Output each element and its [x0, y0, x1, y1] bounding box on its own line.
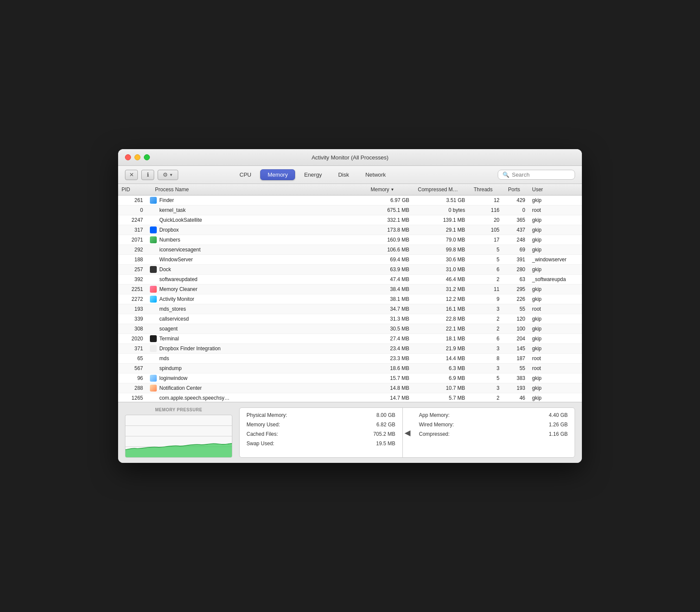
cell-name: Numbers — [148, 236, 367, 244]
cell-user: gkip — [530, 395, 582, 401]
table-row[interactable]: 308 soagent 30.5 MB 22.1 MB 2 100 gkip — [118, 324, 582, 334]
cell-user: gkip — [530, 325, 582, 332]
cell-user: _softwareupda — [530, 276, 582, 283]
table-row[interactable]: 261 Finder 6.97 GB 3.51 GB 12 429 gkip — [118, 196, 582, 205]
gear-icon: ⚙ — [163, 171, 168, 178]
table-row[interactable]: 2020 Terminal 27.4 MB 18.1 MB 6 204 gkip — [118, 334, 582, 344]
close-button[interactable] — [125, 154, 131, 160]
table-row[interactable]: 0 kernel_task 675.1 MB 0 bytes 116 0 roo… — [118, 205, 582, 215]
cell-compressed: 31.0 MB — [414, 266, 470, 273]
cell-compressed: 6.3 MB — [414, 365, 470, 372]
col-header-memory[interactable]: Memory ▼ — [367, 186, 414, 193]
table-row[interactable]: 96 loginwindow 15.7 MB 6.9 MB 5 383 gkip — [118, 373, 582, 383]
cell-compressed: 30.6 MB — [414, 256, 470, 263]
cell-threads: 5 — [470, 246, 505, 253]
cell-memory: 38.4 MB — [367, 286, 414, 293]
col-header-pid[interactable]: PID — [118, 186, 148, 193]
minimize-button[interactable] — [134, 154, 140, 160]
wired-memory-value: 1.26 GB — [549, 422, 568, 428]
info-button[interactable]: ℹ — [141, 170, 154, 180]
tab-network[interactable]: Network — [358, 169, 393, 180]
table-row[interactable]: 567 spindump 18.6 MB 6.3 MB 3 55 root — [118, 364, 582, 373]
stop-icon: ✕ — [129, 171, 134, 178]
cell-threads: 105 — [470, 226, 505, 233]
table-row[interactable]: 339 callservicesd 31.3 MB 22.8 MB 2 120 … — [118, 314, 582, 324]
process-icon — [150, 355, 157, 362]
arrow-icon: ◀ — [405, 428, 411, 438]
col-header-ports[interactable]: Ports — [505, 186, 530, 193]
cell-user: gkip — [530, 345, 582, 352]
cell-threads: 2 — [470, 395, 505, 401]
process-icon — [150, 345, 157, 352]
cell-name: Finder — [148, 196, 367, 204]
cell-name: loginwindow — [148, 374, 367, 382]
cell-threads: 3 — [470, 345, 505, 352]
table-row[interactable]: 257 Dock 63.9 MB 31.0 MB 6 280 gkip — [118, 265, 582, 275]
tab-memory[interactable]: Memory — [260, 169, 295, 180]
cell-threads: 20 — [470, 217, 505, 223]
cell-pid: 317 — [118, 226, 148, 233]
maximize-button[interactable] — [144, 154, 150, 160]
cell-ports: 383 — [505, 375, 530, 382]
memory-pressure-label: MEMORY PRESSURE — [125, 407, 232, 412]
cell-name: Dropbox Finder Integration — [148, 345, 367, 352]
table-row[interactable]: 1265 com.apple.speech.speechsy… 14.7 MB … — [118, 393, 582, 402]
cell-ports: 187 — [505, 355, 530, 362]
tab-disk[interactable]: Disk — [331, 169, 356, 180]
toolbar: ✕ ℹ ⚙ ▼ CPU Memory Energy Disk Network 🔍 — [118, 166, 582, 184]
cell-name: Memory Cleaner — [148, 285, 367, 293]
physical-memory-row: Physical Memory: 8.00 GB — [247, 412, 396, 418]
table-row[interactable]: 2247 QuickLookSatellite 332.1 MB 139.1 M… — [118, 215, 582, 225]
process-icon — [150, 365, 157, 372]
cell-name: spindump — [148, 364, 367, 372]
table-row[interactable]: 65 mds 23.3 MB 14.4 MB 8 187 root — [118, 354, 582, 364]
table-row[interactable]: 2272 Activity Monitor 38.1 MB 12.2 MB 9 … — [118, 294, 582, 304]
search-input[interactable] — [512, 171, 570, 178]
cell-pid: 2020 — [118, 335, 148, 342]
cell-name: Activity Monitor — [148, 295, 367, 303]
cell-ports: 69 — [505, 246, 530, 253]
table-row[interactable]: 2251 Memory Cleaner 38.4 MB 31.2 MB 11 2… — [118, 285, 582, 294]
table-row[interactable]: 188 WindowServer 69.4 MB 30.6 MB 5 391 _… — [118, 255, 582, 265]
process-icon — [150, 286, 157, 293]
table-row[interactable]: 317 Dropbox 173.8 MB 29.1 MB 105 437 gki… — [118, 225, 582, 235]
cell-pid: 257 — [118, 266, 148, 273]
cell-ports: 55 — [505, 306, 530, 312]
process-icon — [150, 246, 157, 253]
cell-user: root — [530, 207, 582, 214]
table-row[interactable]: 288 Notification Center 14.8 MB 10.7 MB … — [118, 383, 582, 393]
cell-threads: 12 — [470, 197, 505, 204]
col-header-threads[interactable]: Threads — [470, 186, 505, 193]
cell-ports: 63 — [505, 276, 530, 283]
cell-ports: 55 — [505, 365, 530, 372]
table-row[interactable]: 371 Dropbox Finder Integration 23.4 MB 2… — [118, 344, 582, 354]
cell-memory: 332.1 MB — [367, 217, 414, 223]
app-memory-label: App Memory: — [419, 412, 450, 418]
cell-ports: 193 — [505, 385, 530, 392]
process-icon — [150, 266, 157, 273]
col-header-name[interactable]: Process Name — [148, 186, 367, 193]
cell-ports: 145 — [505, 345, 530, 352]
cell-compressed: 16.1 MB — [414, 306, 470, 312]
tab-cpu[interactable]: CPU — [232, 169, 259, 180]
table-row[interactable]: 193 mds_stores 34.7 MB 16.1 MB 3 55 root — [118, 304, 582, 314]
stop-button[interactable]: ✕ — [125, 170, 138, 180]
search-box[interactable]: 🔍 — [498, 170, 575, 180]
cell-threads: 3 — [470, 385, 505, 392]
cell-compressed: 46.4 MB — [414, 276, 470, 283]
cell-memory: 23.3 MB — [367, 355, 414, 362]
cell-user: root — [530, 355, 582, 362]
table-row[interactable]: 392 softwareupdated 47.4 MB 46.4 MB 2 63… — [118, 275, 582, 285]
process-list[interactable]: 261 Finder 6.97 GB 3.51 GB 12 429 gkip 0… — [118, 196, 582, 402]
table-row[interactable]: 292 iconservicesagent 106.6 MB 99.8 MB 5… — [118, 245, 582, 255]
col-header-compressed[interactable]: Compressed M… — [414, 186, 470, 193]
titlebar: Activity Monitor (All Processes) — [118, 149, 582, 166]
settings-button[interactable]: ⚙ ▼ — [158, 170, 178, 180]
stats-panel: Physical Memory: 8.00 GB Memory Used: 6.… — [239, 407, 575, 458]
swap-used-label: Swap Used: — [247, 441, 274, 447]
tab-energy[interactable]: Energy — [297, 169, 329, 180]
cell-user: root — [530, 365, 582, 372]
table-row[interactable]: 2071 Numbers 160.9 MB 79.0 MB 17 248 gki… — [118, 235, 582, 245]
cached-files-value: 705.2 MB — [373, 431, 395, 437]
col-header-user[interactable]: User — [530, 186, 582, 193]
